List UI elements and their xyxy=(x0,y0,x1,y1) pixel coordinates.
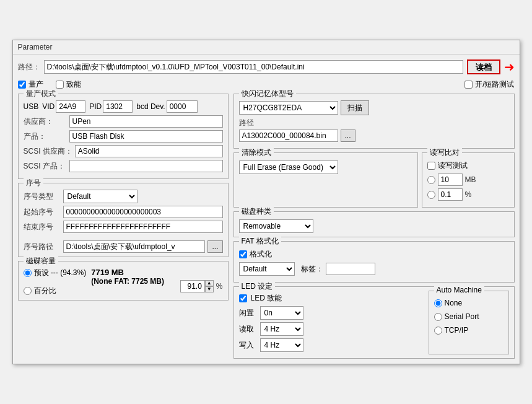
bottom-right-layout: 清除模式 Full Erase (Erase Good) 读写比对 xyxy=(233,152,515,208)
scan-button[interactable]: 扫描 xyxy=(341,100,369,115)
scsi-vendor-label: SCSI 供应商： xyxy=(24,146,72,157)
pid-field: PID xyxy=(89,100,133,113)
led-read-row: 读取 4 Hz xyxy=(239,322,424,336)
flash-path-input[interactable] xyxy=(239,130,338,142)
left-panel: 量产模式 USB VID PID xyxy=(18,94,229,359)
preset-radio-item[interactable]: 预设 --- (94.3%) xyxy=(24,268,87,278)
vid-field: VID xyxy=(42,100,85,113)
disk-type-inner: Removable xyxy=(239,216,509,233)
auto-tcpip-label: TCP/IP xyxy=(445,326,469,335)
auto-serial-radio[interactable] xyxy=(434,313,442,321)
fat-format-checkbox[interactable] xyxy=(239,250,247,258)
serial-start-row: 起始序号 xyxy=(24,206,223,218)
fat-tag-input[interactable] xyxy=(326,263,375,275)
product-row: 产品： xyxy=(24,130,223,143)
serial-path-input[interactable] xyxy=(63,240,206,253)
auto-tcpip-item[interactable]: TCP/IP xyxy=(434,326,504,335)
vid-input[interactable] xyxy=(56,100,85,113)
disk-type-select[interactable]: Removable xyxy=(239,219,313,233)
percent-value-input[interactable] xyxy=(180,280,205,292)
serial-start-input[interactable] xyxy=(63,206,223,218)
arrow-icon: ➜ xyxy=(504,61,515,73)
percent-radio[interactable] xyxy=(24,287,32,295)
erase-inner: Full Erase (Erase Good) xyxy=(239,157,412,174)
percent-radio-item[interactable]: 百分比 xyxy=(24,286,87,296)
flash-path-row: ... xyxy=(239,130,509,142)
serial-end-row: 结束序号 xyxy=(24,221,223,233)
title-bar: Parameter xyxy=(13,40,520,55)
scsi-product-label: SCSI 产品： xyxy=(24,161,67,172)
product-label: 产品： xyxy=(24,131,67,142)
preset-label: 预设 --- (94.3%) xyxy=(34,268,87,278)
led-write-label: 写入 xyxy=(239,340,256,351)
short-test-checkbox[interactable]: 开/短路测试 xyxy=(464,79,514,90)
led-enable-checkbox[interactable] xyxy=(239,294,247,302)
read-button[interactable]: 读档 xyxy=(467,59,500,74)
serial-end-input[interactable] xyxy=(63,221,223,233)
percent-input-row: ▲ ▼ % xyxy=(180,280,223,292)
pid-label: PID xyxy=(89,102,102,111)
auto-machine-inner: None Serial Port TCP/IP xyxy=(434,295,504,335)
percent-stepper[interactable]: ▲ ▼ xyxy=(180,280,214,292)
auto-serial-item[interactable]: Serial Port xyxy=(434,312,504,321)
led-enable-row: LED 致能 xyxy=(239,293,424,304)
product-input[interactable] xyxy=(69,130,223,143)
serial-start-label: 起始序号 xyxy=(24,207,61,217)
auto-none-item[interactable]: None xyxy=(434,299,504,307)
read-value-input[interactable] xyxy=(438,173,463,186)
readwrite-test-checkbox[interactable] xyxy=(427,162,435,170)
led-idle-select[interactable]: 0n xyxy=(260,306,303,320)
led-idle-label: 闲置 xyxy=(239,308,256,318)
path-row: 路径： 读档 ➜ xyxy=(18,59,515,74)
auto-machine-title: Auto Machine xyxy=(434,286,484,294)
led-read-select[interactable]: 4 Hz xyxy=(260,322,303,336)
pid-input[interactable] xyxy=(103,100,133,113)
window-title: Parameter xyxy=(18,43,53,51)
write-unit: % xyxy=(465,190,472,199)
main-layout: 量产模式 USB VID PID xyxy=(18,94,515,359)
serial-type-select[interactable]: Default xyxy=(63,190,137,203)
serial-path-button[interactable]: ... xyxy=(207,240,222,253)
bcd-input[interactable] xyxy=(167,100,198,113)
auto-tcpip-radio[interactable] xyxy=(434,327,442,335)
auto-none-radio[interactable] xyxy=(434,299,442,307)
fat-format-label: 格式化 xyxy=(250,249,272,260)
stepper-down-button[interactable]: ▼ xyxy=(205,286,214,292)
preset-radio[interactable] xyxy=(24,269,32,277)
flash-path-title: 路径 xyxy=(239,118,509,128)
write-value-input[interactable] xyxy=(438,188,463,201)
bcd-field: bcd Dev. xyxy=(136,100,197,113)
capacity-title: 磁碟容量 xyxy=(24,256,58,266)
flash-path-button[interactable]: ... xyxy=(341,130,355,142)
parameter-window: Parameter 路径： 读档 ➜ 量产 致能 开/短路测试 xyxy=(12,40,520,364)
led-auto-layout: LED 致能 闲置 0n 读取 4 Hz xyxy=(239,291,509,354)
readwrite-group: 读写比对 读写测试 MB xyxy=(422,152,515,208)
enable-checkbox[interactable]: 致能 xyxy=(56,79,81,90)
serial-title: 序号 xyxy=(24,178,43,188)
serial-end-label: 结束序号 xyxy=(24,222,61,232)
fat-inner: 格式化 Default 标签： xyxy=(239,245,509,276)
scsi-vendor-input[interactable] xyxy=(75,145,223,157)
fat-default-select[interactable]: Default xyxy=(239,262,295,276)
flash-model-select[interactable]: H27QCG8T2EDA xyxy=(239,101,338,115)
auto-none-label: None xyxy=(445,299,463,307)
usb-label: USB xyxy=(24,102,39,111)
scsi-product-row: SCSI 产品： xyxy=(24,160,223,172)
flash-title: 快闪记忆体型号 xyxy=(239,89,296,99)
short-test-label: 开/短路测试 xyxy=(475,79,514,90)
read-mb-radio[interactable] xyxy=(427,176,435,184)
percent-label: 百分比 xyxy=(34,286,56,296)
erase-select[interactable]: Full Erase (Erase Good) xyxy=(239,160,338,174)
write-pct-radio[interactable] xyxy=(427,191,435,199)
scsi-product-input[interactable] xyxy=(69,160,223,172)
bulk-produce-input[interactable] xyxy=(18,81,26,89)
vendor-input[interactable] xyxy=(69,115,223,128)
led-write-row: 写入 4 Hz xyxy=(239,338,424,352)
led-write-select[interactable]: 4 Hz xyxy=(260,338,303,352)
enable-input[interactable] xyxy=(56,81,64,89)
path-input[interactable] xyxy=(44,60,463,74)
stepper-up-button[interactable]: ▲ xyxy=(205,280,214,286)
short-test-input[interactable] xyxy=(464,81,473,89)
capacity-values: 7719 MB (None FAT: 7725 MB) xyxy=(91,268,164,286)
erase-group: 清除模式 Full Erase (Erase Good) xyxy=(233,152,418,208)
